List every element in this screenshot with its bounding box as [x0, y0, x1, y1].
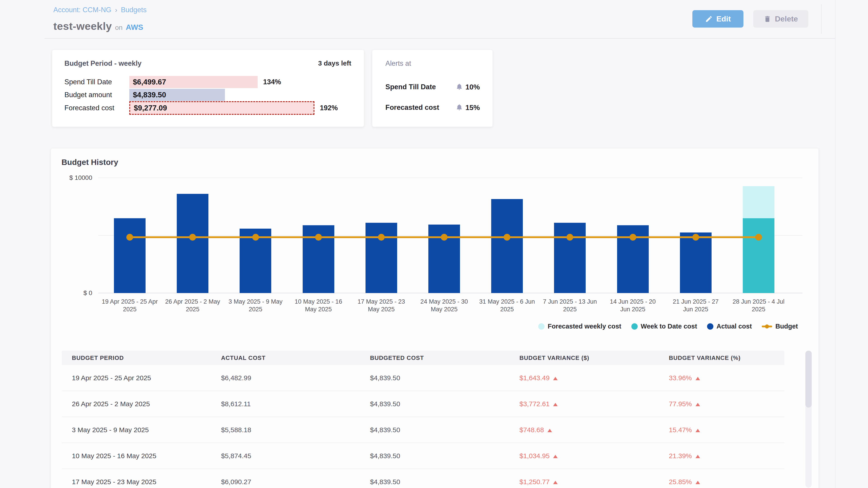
budget-row-bar-spend: $6,499.67 — [129, 76, 258, 88]
table-cell: $4,839.50 — [370, 426, 400, 434]
chart-bar-actual[interactable] — [554, 223, 586, 293]
variance-up-arrow-icon — [695, 429, 700, 432]
chart-bar-actual[interactable] — [366, 223, 397, 293]
table-scrollbar-thumb[interactable] — [805, 351, 812, 408]
x-axis-label: 10 May 2025 - 16 May 2025 — [287, 298, 350, 313]
budget-line-swatch — [762, 326, 772, 327]
table-cell: 26 Apr 2025 - 2 May 2025 — [72, 400, 150, 408]
table-cell: 21.39% — [669, 452, 700, 460]
table-cell: $1,643.49 — [520, 374, 558, 382]
table-header-cell: BUDGET VARIANCE (%) — [669, 355, 741, 361]
breadcrumb-separator-icon: › — [115, 6, 117, 14]
budget-detail-page: Account: CCM-NG › Budgets test-weekly on… — [0, 0, 868, 488]
table-row[interactable]: 10 May 2025 - 16 May 2025$5,874.45$4,839… — [62, 443, 784, 469]
budget-row-label: Budget amount — [64, 89, 112, 101]
budget-line-point — [755, 234, 762, 240]
table-row[interactable]: 3 May 2025 - 9 May 2025$5,588.18$4,839.5… — [62, 417, 784, 443]
x-axis-label: 14 Jun 2025 - 20 Jun 2025 — [601, 298, 664, 313]
variance-up-arrow-icon — [553, 455, 558, 458]
chart-legend: Forecasted weekly costWeek to Date costA… — [538, 323, 798, 330]
table-header-cell: BUDGET VARIANCE ($) — [520, 355, 589, 361]
chart-bar-actual[interactable] — [114, 218, 146, 293]
budget-line-point — [441, 234, 447, 240]
x-axis-label: 3 May 2025 - 9 May 2025 — [224, 298, 287, 313]
legend-label: Budget — [775, 323, 798, 330]
table-cell: $4,839.50 — [370, 452, 400, 460]
budget-line-point — [378, 234, 385, 240]
table-cell: $748.68 — [520, 426, 552, 434]
table-cell: 77.95% — [669, 400, 700, 408]
pencil-icon — [705, 15, 713, 23]
legend-item-budget-line[interactable]: Budget — [762, 323, 798, 330]
variance-up-arrow-icon — [695, 481, 700, 484]
chart-bar-actual[interactable] — [491, 199, 523, 293]
chart-plot — [98, 178, 802, 293]
table-cell: $5,588.18 — [221, 426, 251, 434]
y-axis-label-top: $ 10000 — [56, 173, 92, 182]
alert-threshold-value: 15% — [465, 103, 480, 112]
x-axis-label: 28 Jun 2025 - 4 Jul 2025 — [727, 298, 790, 313]
budget-row-percent: 134% — [263, 76, 281, 88]
table-header-cell: BUDGET PERIOD — [72, 355, 124, 361]
budget-row-label: Forecasted cost — [64, 101, 114, 115]
table-cell: $6,090.27 — [221, 478, 251, 486]
x-axis-label: 26 Apr 2025 - 2 May 2025 — [161, 298, 224, 313]
content-right-border — [835, 0, 835, 488]
chart-bar-actual[interactable] — [680, 232, 712, 293]
legend-item-forecast[interactable]: Forecasted weekly cost — [538, 323, 621, 330]
table-header-row: BUDGET PERIODACTUAL COSTBUDGETED COSTBUD… — [62, 351, 784, 365]
table-cell: 19 Apr 2025 - 25 Apr 2025 — [72, 374, 151, 382]
header-divider-vertical — [821, 4, 822, 34]
table-cell: 33.96% — [669, 374, 700, 382]
budget-row-bar-forecast: $9,277.09 — [129, 101, 314, 115]
table-cell: $6,482.99 — [221, 374, 251, 382]
breadcrumb-budgets-link[interactable]: Budgets — [121, 6, 147, 14]
header-divider — [44, 38, 835, 39]
alert-threshold-value: 10% — [465, 83, 480, 91]
chart-bar-forecast[interactable] — [743, 186, 774, 218]
page-title: test-weekly — [53, 20, 112, 32]
budget-history-table: BUDGET PERIODACTUAL COSTBUDGETED COSTBUD… — [62, 351, 784, 488]
budget-row-label: Spend Till Date — [64, 76, 112, 88]
budget-line-point — [692, 234, 699, 240]
table-body: 19 Apr 2025 - 25 Apr 2025$6,482.99$4,839… — [62, 365, 784, 488]
alerts-card: Alerts at Spend Till Date10%Forecasted c… — [372, 50, 493, 127]
legend-item-actual[interactable]: Actual cost — [707, 323, 752, 330]
variance-up-arrow-icon — [695, 455, 700, 458]
table-header-cell: ACTUAL COST — [221, 355, 266, 361]
budget-row-bar-budget: $4,839.50 — [129, 89, 225, 101]
table-header-cell: BUDGETED COST — [370, 355, 424, 361]
edit-button[interactable]: Edit — [692, 10, 743, 28]
y-axis-label-bottom: $ 0 — [56, 289, 92, 297]
variance-up-arrow-icon — [553, 377, 558, 380]
table-row[interactable]: 19 Apr 2025 - 25 Apr 2025$6,482.99$4,839… — [62, 365, 784, 391]
table-row[interactable]: 26 Apr 2025 - 2 May 2025$8,612.11$4,839.… — [62, 391, 784, 417]
edit-button-label: Edit — [716, 14, 731, 23]
budget-row-percent: 192% — [320, 101, 338, 115]
variance-up-arrow-icon — [548, 429, 552, 432]
days-left-label: 3 days left — [318, 59, 351, 67]
chart-bar-week-to-date[interactable] — [743, 218, 774, 293]
breadcrumb-account-link[interactable]: Account: CCM-NG — [53, 6, 112, 14]
table-row[interactable]: 17 May 2025 - 23 May 2025$6,090.27$4,839… — [62, 469, 784, 488]
table-cell: 10 May 2025 - 16 May 2025 — [72, 452, 156, 460]
forecast-swatch — [538, 323, 545, 330]
delete-button[interactable]: Delete — [753, 10, 808, 28]
alert-row-threshold: 15% — [456, 103, 480, 112]
table-cell: 17 May 2025 - 23 May 2025 — [72, 478, 156, 486]
legend-item-wtd[interactable]: Week to Date cost — [631, 323, 697, 330]
bell-icon — [456, 83, 463, 91]
budget-line-point — [315, 234, 322, 240]
table-cell: $4,839.50 — [370, 400, 400, 408]
x-axis-label: 31 May 2025 - 6 Jun 2025 — [475, 298, 538, 313]
legend-label: Forecasted weekly cost — [548, 323, 621, 330]
variance-up-arrow-icon — [695, 403, 700, 406]
on-label: on — [115, 24, 123, 31]
provider-label: AWS — [126, 23, 143, 32]
chart-bar-actual[interactable] — [177, 194, 209, 293]
variance-up-arrow-icon — [695, 377, 700, 380]
variance-up-arrow-icon — [553, 481, 558, 484]
x-axis-label: 24 May 2025 - 30 May 2025 — [413, 298, 475, 313]
table-cell: $3,772.61 — [520, 400, 558, 408]
x-axis-label: 19 Apr 2025 - 25 Apr 2025 — [98, 298, 161, 313]
